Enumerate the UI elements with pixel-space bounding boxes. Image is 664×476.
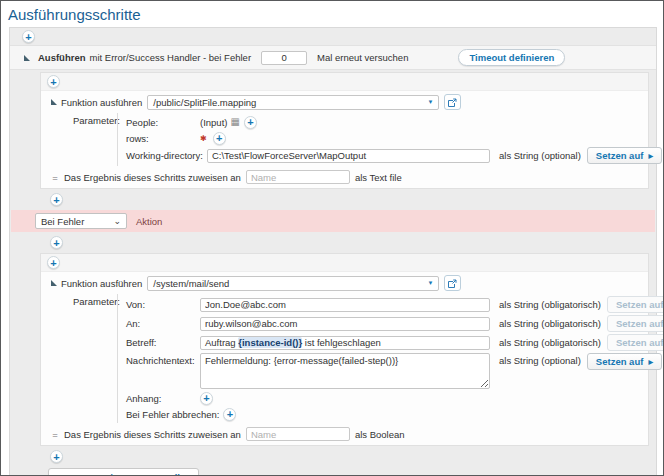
param-type-label: als String (obligatorisch) [499,318,601,329]
add-handler-step-button[interactable]: + [50,193,63,206]
parameter-caption: Parameter: [73,113,117,126]
arrow-right-icon: ▶ [648,358,653,365]
param-row-working-directory: Working-directory: als String (optional)… [126,147,664,164]
add-abort-on-error-button[interactable]: + [223,408,236,421]
define-timeout-button[interactable]: Timeout definieren [458,49,565,66]
function-path-value: /system/mail/send [153,278,229,289]
result-name-input[interactable] [246,427,350,441]
add-substep-button[interactable]: + [47,256,60,269]
flowforce-job-page: { "icons": { "add_glyph": "+", "caret_do… [0,0,664,476]
param-name: Bei Fehler abbrechen: [126,409,223,420]
param-name: Nachrichtentext: [126,353,200,366]
param-name: People: [126,117,200,128]
open-function-icon[interactable] [444,275,461,291]
mail-subject-input[interactable]: Auftrag {instance-id()} ist fehlgeschlag… [200,336,490,350]
new-handler-row: neuer Error/Success Handler [10,465,656,476]
setzen-auf-button-disabled[interactable]: Setzen auf ▶ [607,315,664,332]
param-row-people: People: (Input) ▦ + [126,115,664,129]
parameter-caption: Parameter: [73,294,117,307]
plus-icon: + [247,117,253,127]
function-path-value: /public/SplitFile.mapping [153,97,256,108]
retry-count-input[interactable] [261,51,307,65]
step-verb: Ausführen [38,52,86,63]
param-name: Betreff: [126,337,200,348]
add-attachment-button[interactable]: + [200,392,213,405]
param-name: rows: [126,133,200,144]
step-header: Ausführen mit Error/Success Handler - be… [10,45,656,70]
function-path-dropdown[interactable]: /public/SplitFile.mapping ▼ [147,95,439,110]
assign-text: Das Ergebnis dieses Schritts zuweisen an [64,429,241,440]
add-handler-step-button[interactable]: + [50,236,63,249]
setzen-auf-label: Setzen auf [616,318,664,329]
working-directory-input[interactable] [207,149,490,163]
function-row: Funktion ausführen /public/SplitFile.map… [41,91,648,112]
subject-text: ist fehlgeschlagen [302,337,381,348]
param-row-von: Von: als String (obligatorisch) Setzen a… [126,296,664,313]
function-path-dropdown[interactable]: /system/mail/send ▼ [147,276,439,291]
mail-from-input[interactable] [200,298,490,312]
mail-body-textarea[interactable]: Fehlermeldung: {error-message(failed-ste… [200,353,490,389]
execution-steps-heading: Ausführungsschritte [8,6,663,23]
param-name: Anhang: [126,393,200,404]
setzen-auf-button[interactable]: Setzen auf ▶ [587,353,662,370]
subject-text: Auftrag [205,337,238,348]
param-row-bei-fehler-abbrechen: Bei Fehler abbrechen: + [126,407,664,421]
setzen-auf-button[interactable]: Setzen auf ▶ [587,147,662,164]
param-name: Working-directory: [126,150,207,161]
add-substep-button[interactable]: + [47,75,60,88]
condition-select-value: Bei Fehler [41,216,84,227]
collapse-step-icon[interactable] [24,55,30,61]
plus-icon: + [53,195,59,205]
add-step-button[interactable]: + [22,30,35,43]
add-substep-row: + [41,254,648,272]
plus-icon: + [25,32,31,42]
mail-send-function-block: + Funktion ausführen /system/mail/send ▼… [40,253,649,446]
mail-to-input[interactable] [200,317,490,331]
param-type-label: als String (optional) [499,353,581,366]
plus-icon: + [53,238,59,248]
add-step-row: + [10,28,656,45]
instance-id-token: {instance-id()} [238,337,302,348]
equals-icon: = [51,429,59,440]
assign-text: Das Ergebnis dieses Schritts zuweisen an [64,172,241,183]
add-substep-row: + [41,73,648,91]
param-row-nachrichtentext: Nachrichtentext: Fehlermeldung: {error-m… [126,353,664,389]
new-error-success-handler-button[interactable]: neuer Error/Success Handler [48,468,199,476]
setzen-auf-label: Setzen auf [596,356,644,367]
equals-icon: = [51,172,59,183]
param-row-anhang: Anhang: + [126,391,664,405]
result-name-input[interactable] [246,170,350,184]
add-param-value-button[interactable]: + [244,116,257,129]
execute-function-block: + Funktion ausführen /public/SplitFile.m… [40,72,649,189]
caret-down-icon: ▼ [427,99,433,105]
condition-action-label: Aktion [136,216,162,227]
caret-down-icon: ▼ [427,280,433,286]
setzen-auf-button-disabled[interactable]: Setzen auf ▶ [607,334,664,351]
setzen-auf-label: Setzen auf [616,299,664,310]
collapse-function-icon[interactable] [51,99,57,105]
add-handler-step-row: + [10,234,656,251]
plus-icon: + [50,77,56,87]
assign-type-label: als Boolean [355,429,405,440]
setzen-auf-label: Setzen auf [596,150,644,161]
plus-icon: + [216,133,222,143]
setzen-auf-button-disabled[interactable]: Setzen auf ▶ [607,296,664,313]
assign-result-row: = Das Ergebnis dieses Schritts zuweisen … [41,424,648,445]
param-type-label: als String (obligatorisch) [499,299,601,310]
plus-icon: + [53,452,59,462]
error-condition-row: Bei Fehler ⌄ Aktion [11,210,655,232]
param-row-an: An: als String (obligatorisch) Setzen au… [126,315,664,332]
param-name: An: [126,318,200,329]
condition-select[interactable]: Bei Fehler ⌄ [35,213,127,229]
add-handler-step-button[interactable]: + [50,450,63,463]
add-handler-step-row: + [10,191,656,208]
collapse-function-icon[interactable] [51,280,57,286]
function-label: Funktion ausführen [61,278,142,289]
add-param-value-button[interactable]: + [213,132,226,145]
open-function-icon[interactable] [444,94,461,110]
retry-suffix-text: Mal erneut versuchen [317,52,408,63]
function-row: Funktion ausführen /system/mail/send ▼ [41,272,648,293]
function-label: Funktion ausführen [61,97,142,108]
parameter-section: Parameter: Von: als String (obligatorisc… [41,293,648,424]
assign-result-row: = Das Ergebnis dieses Schritts zuweisen … [41,167,648,188]
